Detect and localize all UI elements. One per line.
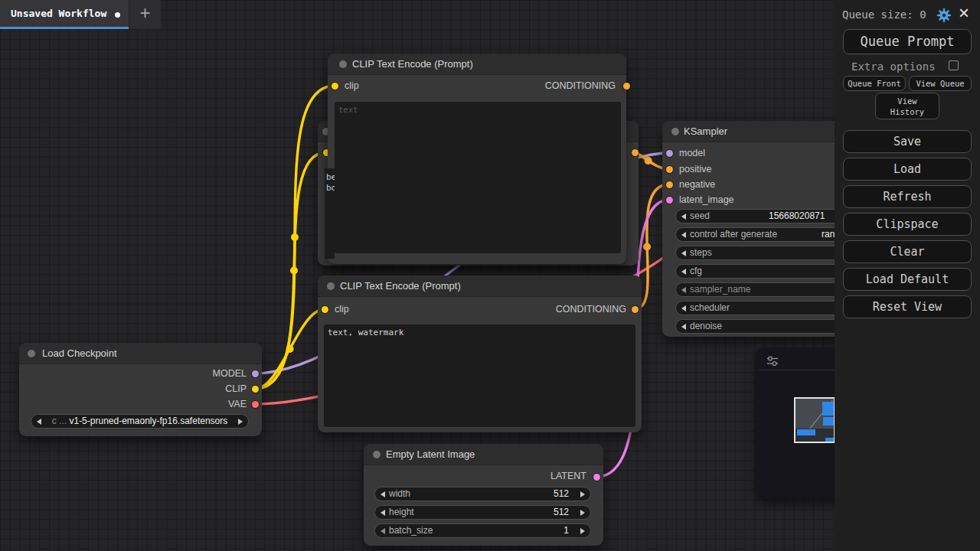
save-button[interactable]: Save [843, 130, 972, 153]
increment-arrow-icon[interactable] [580, 491, 585, 497]
wire-dot [645, 157, 652, 165]
decrement-arrow-icon[interactable] [681, 324, 686, 330]
output-slot-conditioning[interactable] [623, 83, 630, 90]
active-tab-underline [0, 27, 129, 29]
widget-seed[interactable]: seed 15668020871 [675, 209, 835, 223]
decrement-arrow-icon[interactable] [681, 287, 686, 293]
widget-height[interactable]: height 512 [374, 505, 591, 520]
settings-gear-icon[interactable] [936, 7, 952, 24]
refresh-button[interactable]: Refresh [843, 185, 972, 208]
reset-view-button[interactable]: Reset View [843, 295, 972, 318]
hidden-node-textarea-sliver[interactable]: bebo [325, 168, 335, 259]
input-slot-latent-image[interactable] [666, 197, 673, 204]
widget-sampler-name[interactable]: sampler_name [675, 282, 835, 297]
widget-value: v1-5-pruned-emaonly-fp16.safetensors [69, 416, 227, 426]
widget-batch-size[interactable]: batch_size 1 [374, 523, 591, 538]
collapse-dot[interactable] [339, 60, 347, 68]
decrement-arrow-icon[interactable] [681, 214, 686, 220]
close-panel-icon[interactable]: × [959, 2, 969, 24]
decrement-arrow-icon[interactable] [681, 232, 686, 238]
output-slot-conditioning[interactable] [632, 306, 639, 313]
view-queue-button[interactable]: View Queue [909, 76, 972, 91]
wire-dot [286, 345, 294, 353]
extra-options-checkbox[interactable] [949, 60, 959, 70]
widget-denoise[interactable]: denoise [675, 319, 835, 334]
widget-control-after-generate[interactable]: control after generate randomize [675, 227, 835, 242]
increment-arrow-icon[interactable] [238, 419, 243, 425]
input-slot-positive[interactable] [666, 166, 673, 173]
new-tab-button[interactable]: + [129, 0, 161, 29]
widget-label: batch_size [389, 525, 433, 536]
node-empty-latent-image[interactable]: Empty Latent Image LATENT width 512 heig… [364, 444, 603, 546]
node-graph-canvas[interactable]: CLIP Text Encode (Prompt) clip CONDITION… [0, 0, 835, 551]
output-slot-conditioning[interactable] [632, 149, 639, 156]
input-slot-clip[interactable] [322, 306, 328, 313]
node-title-bar[interactable]: Load Checkpoint [19, 343, 262, 364]
clipspace-button[interactable]: Clipspace [843, 213, 972, 236]
collapse-dot[interactable] [373, 451, 381, 458]
node-title: CLIP Text Encode (Prompt) [340, 280, 461, 292]
load-default-button[interactable]: Load Default [843, 268, 972, 291]
increment-arrow-icon[interactable] [580, 510, 585, 516]
clear-button[interactable]: Clear [843, 240, 972, 263]
prompt-textarea[interactable]: text [335, 102, 621, 253]
output-slot-latent[interactable] [593, 474, 600, 481]
view-history-button[interactable]: ViewHistory [875, 93, 939, 119]
widget-value: 1 [564, 525, 569, 536]
collapse-dot[interactable] [671, 128, 679, 135]
unsaved-dot [115, 12, 120, 18]
widget-width[interactable]: width 512 [374, 487, 591, 501]
thumb-shape [822, 402, 834, 416]
input-slot-model[interactable] [666, 150, 673, 157]
tune-icon[interactable] [766, 355, 779, 367]
output-label: CLIP [225, 383, 247, 394]
widget-value: 512 [554, 507, 569, 517]
widget-cfg[interactable]: cfg [675, 264, 835, 279]
queue-panel: Queue size: 0 × Queue Prompt Extra optio… [835, 0, 980, 551]
node-title: Empty Latent Image [386, 448, 475, 460]
image-thumbnail[interactable] [794, 397, 835, 443]
node-title-bar[interactable]: CLIP Text Encode (Prompt) [318, 276, 642, 297]
node-title-bar[interactable]: KSampler [662, 121, 835, 142]
load-button[interactable]: Load [843, 158, 972, 181]
node-title-bar[interactable]: CLIP Text Encode (Prompt) [328, 54, 626, 75]
increment-arrow-icon[interactable] [580, 528, 585, 534]
decrement-arrow-icon[interactable] [381, 510, 385, 516]
node-save-image[interactable] [756, 347, 835, 498]
queue-prompt-button[interactable]: Queue Prompt [843, 29, 972, 54]
output-slot-vae[interactable] [252, 401, 259, 408]
node-ksampler[interactable]: KSampler model positive negative latent_… [662, 121, 835, 337]
decrement-arrow-icon[interactable] [37, 419, 41, 425]
node-load-checkpoint[interactable]: Load Checkpoint MODEL CLIP VAE c ... v1-… [19, 343, 262, 436]
queue-size-label: Queue size: 0 [842, 8, 926, 21]
wire-dot [291, 233, 299, 241]
output-slot-model[interactable] [252, 370, 259, 377]
input-slot-negative[interactable] [666, 181, 673, 188]
widget-steps[interactable]: steps [675, 246, 835, 260]
node-title: KSampler [684, 126, 727, 137]
widget-ckpt-name[interactable]: c ... v1-5-pruned-emaonly-fp16.safetenso… [31, 414, 249, 429]
collapse-dot[interactable] [28, 350, 35, 357]
input-slot-clip[interactable] [332, 83, 338, 90]
decrement-arrow-icon[interactable] [681, 305, 686, 311]
prompt-textarea[interactable]: text, watermark [324, 324, 635, 427]
input-label: model [679, 148, 705, 158]
input-label: clip [335, 304, 349, 315]
node-clip-text-encode-bottom[interactable]: CLIP Text Encode (Prompt) clip CONDITION… [318, 276, 642, 432]
input-label: latent_image [679, 194, 734, 205]
queue-front-button[interactable]: Queue Front [843, 76, 906, 91]
input-label: positive [679, 164, 711, 174]
decrement-arrow-icon[interactable] [381, 528, 385, 534]
tab-unsaved-workflow[interactable]: Unsaved Workflow [0, 0, 129, 29]
node-title-bar[interactable]: Empty Latent Image [364, 444, 603, 465]
comfyui-app: CLIP Text Encode (Prompt) clip CONDITION… [0, 0, 980, 551]
widget-label: denoise [690, 321, 722, 331]
decrement-arrow-icon[interactable] [381, 491, 385, 497]
input-label: negative [679, 179, 715, 190]
output-slot-clip[interactable] [252, 386, 259, 393]
collapse-dot[interactable] [327, 282, 335, 290]
decrement-arrow-icon[interactable] [681, 269, 686, 275]
widget-scheduler[interactable]: scheduler [675, 301, 835, 315]
node-clip-text-encode-top[interactable]: CLIP Text Encode (Prompt) clip CONDITION… [328, 54, 626, 264]
decrement-arrow-icon[interactable] [681, 250, 686, 256]
